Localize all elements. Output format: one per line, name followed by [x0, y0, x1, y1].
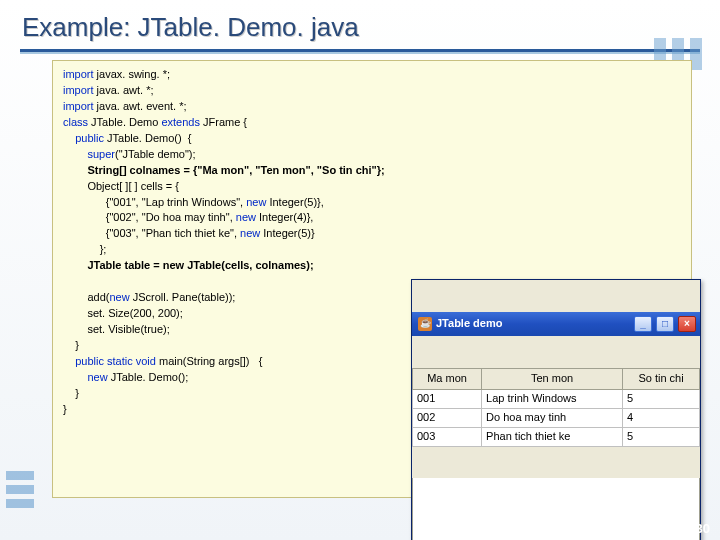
jtable[interactable]: Ma mon Ten mon So tin chi 001 Lap trinh …	[412, 368, 700, 447]
close-button[interactable]: ×	[678, 316, 696, 332]
jtable-demo-window: ☕ JTable demo _ □ × Ma mon Ten mon So ti…	[411, 279, 701, 540]
title-underline	[20, 49, 700, 52]
table-row: 002 Do hoa may tinh 4	[413, 408, 700, 427]
table-row: 001 Lap trinh Windows 5	[413, 389, 700, 408]
col-header[interactable]: So tin chi	[623, 368, 700, 389]
accent-bottom-left	[6, 471, 34, 508]
java-icon: ☕	[418, 317, 432, 331]
table-header-row: Ma mon Ten mon So tin chi	[413, 368, 700, 389]
slide-title: Example: JTable. Demo. java	[0, 0, 720, 49]
table-empty-area	[412, 478, 700, 540]
col-header[interactable]: Ten mon	[482, 368, 623, 389]
minimize-button[interactable]: _	[634, 316, 652, 332]
maximize-button[interactable]: □	[656, 316, 674, 332]
code-block: import javax. swing. *; import java. awt…	[52, 60, 692, 498]
table-row: 003 Phan tich thiet ke 5	[413, 427, 700, 446]
window-title: JTable demo	[436, 316, 630, 332]
page-number: 30	[696, 521, 710, 536]
window-titlebar[interactable]: ☕ JTable demo _ □ ×	[412, 312, 700, 336]
col-header[interactable]: Ma mon	[413, 368, 482, 389]
